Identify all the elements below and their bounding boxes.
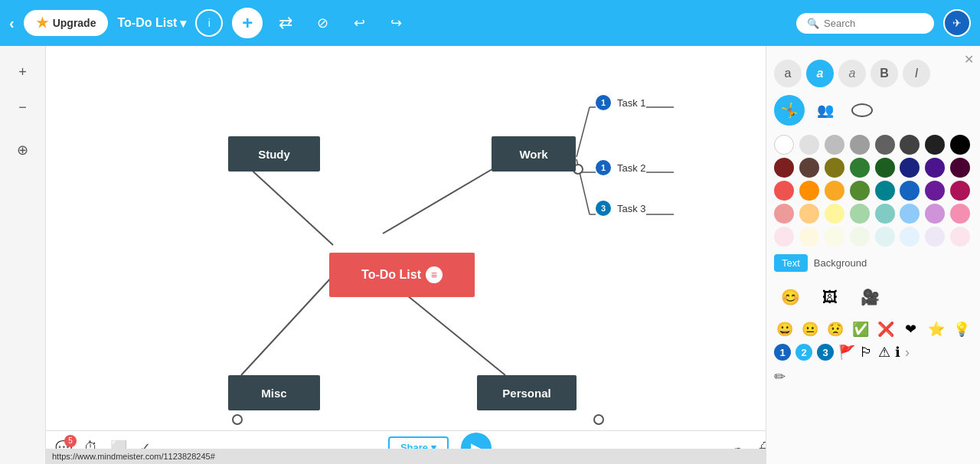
color-swatch-17[interactable] (799, 181, 819, 201)
upgrade-button[interactable]: ★ Upgrade (24, 10, 109, 36)
block-button[interactable]: ⊘ (309, 9, 336, 37)
font-italic-button[interactable]: I (903, 60, 930, 87)
image-button[interactable]: 🖼 (814, 281, 846, 313)
connect-button[interactable]: ⇄ (272, 9, 299, 37)
search-input[interactable] (824, 18, 923, 29)
color-swatch-16[interactable] (774, 181, 794, 201)
color-swatch-5[interactable] (900, 135, 920, 155)
color-swatch-2[interactable] (825, 135, 844, 155)
emoji-item-3[interactable]: ✅ (850, 321, 872, 338)
color-swatch-11[interactable] (850, 158, 870, 178)
color-swatch-4[interactable] (875, 135, 895, 155)
color-swatch-39[interactable] (950, 227, 970, 247)
color-swatch-13[interactable] (900, 158, 920, 178)
emoji-item-5[interactable]: ❤ (900, 321, 922, 338)
flag-red-icon[interactable]: 🚩 (838, 344, 855, 361)
info-button[interactable]: i (195, 9, 223, 37)
color-swatch-23[interactable] (950, 181, 970, 201)
color-swatch-7[interactable] (950, 135, 970, 155)
center-node[interactable]: To-Do List ≡ (329, 253, 475, 297)
search-icon: 🔍 (807, 18, 819, 29)
node-style-group-button[interactable]: 👥 (809, 96, 841, 124)
color-swatch-31[interactable] (950, 204, 970, 224)
color-swatch-33[interactable] (799, 227, 819, 247)
emoji-item-6[interactable]: ⭐ (925, 321, 947, 338)
misc-node[interactable]: Misc (228, 375, 320, 410)
emoji-item-0[interactable]: 😀 (774, 321, 796, 338)
node-style-person-button[interactable]: 🤸 (774, 95, 805, 126)
badge-row: 1 2 3 🚩 🏳 ⚠ ℹ › (774, 344, 972, 361)
color-swatch-37[interactable] (900, 227, 920, 247)
color-swatch-26[interactable] (825, 204, 844, 224)
personal-node[interactable]: Personal (477, 375, 577, 410)
panel-close-button[interactable]: ✕ (964, 52, 974, 67)
node-style-oval-button[interactable] (846, 96, 878, 124)
badge-1[interactable]: 1 (774, 344, 791, 361)
emoji-item-7[interactable]: 💡 (950, 321, 972, 338)
color-swatch-22[interactable] (925, 181, 945, 201)
color-swatch-30[interactable] (925, 204, 945, 224)
emoji-item-4[interactable]: ❌ (875, 321, 897, 338)
color-swatch-34[interactable] (825, 227, 844, 247)
color-swatch-18[interactable] (825, 181, 844, 201)
color-swatch-29[interactable] (900, 204, 920, 224)
svg-point-11 (594, 415, 603, 424)
video-button[interactable]: 🎥 (854, 281, 886, 313)
color-swatch-9[interactable] (799, 158, 819, 178)
color-swatch-25[interactable] (799, 204, 819, 224)
task-3[interactable]: 3 Task 3 (596, 201, 646, 216)
color-swatch-21[interactable] (900, 181, 920, 201)
undo-button[interactable]: ↩ (345, 9, 373, 37)
font-styled-2-button[interactable]: a (838, 60, 866, 87)
block-icon: ⊘ (317, 15, 328, 31)
color-swatch-10[interactable] (825, 158, 844, 178)
zoom-in-button[interactable]: + (9, 58, 37, 86)
warning-icon[interactable]: ⚠ (878, 344, 890, 361)
redo-button[interactable]: ↪ (382, 9, 410, 37)
color-swatch-6[interactable] (925, 135, 945, 155)
color-swatch-19[interactable] (850, 181, 870, 201)
emoji-button[interactable]: 😊 (774, 281, 806, 313)
color-swatch-28[interactable] (875, 204, 895, 224)
color-swatch-3[interactable] (850, 135, 870, 155)
background-label: Background (814, 257, 867, 269)
color-swatch-15[interactable] (950, 158, 970, 178)
color-swatch-12[interactable] (875, 158, 895, 178)
back-button[interactable]: ‹ (9, 15, 15, 32)
emoji-item-2[interactable]: 😟 (825, 321, 847, 338)
font-plain-button[interactable]: a (774, 60, 802, 87)
emoji-item-1[interactable]: 😐 (799, 321, 822, 338)
task-1[interactable]: 1 Task 1 (596, 95, 646, 110)
pen-icon[interactable]: ✏ (774, 369, 786, 384)
color-swatch-36[interactable] (875, 227, 895, 247)
center-button[interactable]: ⊕ (9, 136, 37, 164)
zoom-out-button[interactable]: − (9, 93, 37, 121)
font-bold-button[interactable]: B (871, 60, 898, 87)
study-node[interactable]: Study (228, 136, 320, 172)
text-toggle-button[interactable]: Text (774, 254, 808, 272)
work-node[interactable]: Work (492, 136, 576, 172)
add-button[interactable]: + (232, 8, 263, 38)
color-swatch-0[interactable] (774, 135, 794, 155)
badge-3[interactable]: 3 (817, 344, 834, 361)
color-swatch-1[interactable] (799, 135, 819, 155)
color-swatch-38[interactable] (925, 227, 945, 247)
flag-green-icon[interactable]: 🏳 (860, 345, 874, 361)
color-swatch-20[interactable] (875, 181, 895, 201)
color-swatch-24[interactable] (774, 204, 794, 224)
canvas[interactable]: To-Do List ≡ Study Work Misc Personal 1 … (46, 46, 766, 464)
badge-2[interactable]: 2 (795, 344, 812, 361)
task-2[interactable]: 1 Task 2 (596, 160, 646, 175)
font-styled-1-button[interactable]: a (806, 60, 834, 87)
more-button[interactable]: › (905, 345, 910, 361)
center-node-icon: ≡ (426, 266, 443, 283)
color-swatch-14[interactable] (925, 158, 945, 178)
color-swatch-8[interactable] (774, 158, 794, 178)
color-swatch-35[interactable] (850, 227, 870, 247)
task-1-badge: 1 (596, 95, 611, 110)
info-circle-icon[interactable]: ℹ (895, 344, 900, 361)
diagram-title-button[interactable]: To-Do List ▾ (117, 16, 186, 31)
avatar[interactable]: ✈ (943, 9, 971, 37)
color-swatch-32[interactable] (774, 227, 794, 247)
color-swatch-27[interactable] (850, 204, 870, 224)
